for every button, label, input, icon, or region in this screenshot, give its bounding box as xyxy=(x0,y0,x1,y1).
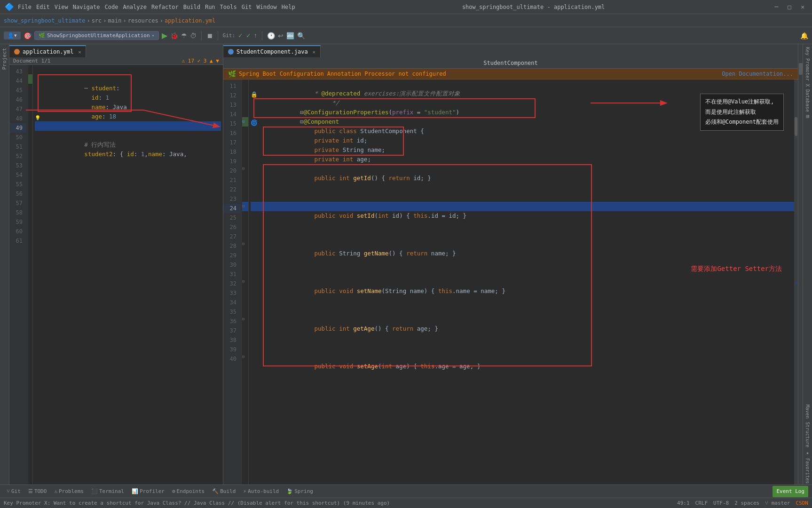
menu-edit[interactable]: Edit xyxy=(36,4,50,10)
bottom-bar: ⑂ Git ☰ TODO ⚠ Problems ⬛ Terminal 📊 Pro… xyxy=(0,484,812,498)
menu-view[interactable]: View xyxy=(55,4,68,10)
spring-tab[interactable]: 🍃 Spring xyxy=(284,486,316,497)
stop-button[interactable]: ⏹ xyxy=(206,32,213,40)
title-bar: 🔷 File Edit View Navigate Code Analyze R… xyxy=(0,0,812,14)
warning-count: ⚠ 17 ✓ 3 ▲ ▼ xyxy=(182,58,219,64)
toolbar-sep2 xyxy=(218,31,218,40)
ln-49: 49 xyxy=(9,123,26,133)
tab-close-yaml[interactable]: ✕ xyxy=(78,49,81,55)
menu-window[interactable]: Window xyxy=(256,4,276,10)
tab-student-component[interactable]: StudentComponent.java ✕ xyxy=(223,45,321,57)
git-update[interactable]: ↑ xyxy=(254,32,257,39)
ln-47: 47 xyxy=(9,104,26,114)
git-tab[interactable]: ⑂ Git xyxy=(4,486,24,497)
git-push[interactable]: ✓ xyxy=(246,32,251,39)
todo-tab[interactable]: ☰ TODO xyxy=(25,486,50,497)
menu-analyze[interactable]: Analyze xyxy=(123,4,147,10)
jln-39: 39 xyxy=(223,345,240,354)
jcode-26 xyxy=(251,221,796,230)
target-button[interactable]: 🎯 xyxy=(24,32,32,40)
jln-33: 33 xyxy=(223,288,240,298)
breadcrumb-main[interactable]: main xyxy=(108,17,122,24)
jg-36: ⊟ xyxy=(242,315,248,324)
ln-45: 45 xyxy=(9,86,26,95)
endpoints-tab[interactable]: ⚙ Endpoints xyxy=(169,486,207,497)
menu-tools[interactable]: Tools xyxy=(220,4,237,10)
tab-application-yml[interactable]: application.yml ✕ xyxy=(9,45,86,57)
ln-54: 54 xyxy=(9,170,26,180)
problems-tab[interactable]: ⚠ Problems xyxy=(51,486,87,497)
scroll-thumb[interactable] xyxy=(795,117,797,136)
database-label[interactable]: Database xyxy=(804,88,811,113)
status-left: Key Promoter X: Want to create a shortcu… xyxy=(4,500,390,506)
time-button[interactable]: 🕐 xyxy=(267,32,275,40)
coverage-button[interactable]: ☂ xyxy=(181,32,187,40)
breadcrumb-resources[interactable]: resources xyxy=(128,17,158,24)
terminal-tab[interactable]: ⬛ Terminal xyxy=(88,486,127,497)
run-config-selector[interactable]: 🌿 ShowSpringbootUltimateApplication ▾ xyxy=(34,31,159,40)
jg-34 xyxy=(242,296,248,305)
jcode-24: public void setId(int id) { this.id = id… xyxy=(251,202,796,211)
jln-12: 12 xyxy=(223,91,240,100)
structure-label[interactable]: Structure xyxy=(804,421,811,448)
minimize-button[interactable]: ─ xyxy=(775,3,779,10)
main-scrollbar[interactable] xyxy=(798,44,803,484)
open-doc-link[interactable]: Open Documentation... xyxy=(722,71,793,77)
scroll-bar[interactable] xyxy=(794,79,798,484)
auto-build-tab[interactable]: ⚡ Auto-build xyxy=(240,486,282,497)
event-log-button[interactable]: Event Log xyxy=(773,486,808,497)
jcode-20: public int getId() { return id; } xyxy=(251,164,796,174)
git-commit[interactable]: ✓ xyxy=(238,32,243,39)
status-bar: Key Promoter X: Want to create a shortcu… xyxy=(0,498,812,508)
maven-label[interactable]: Maven xyxy=(804,404,811,420)
undo-button[interactable]: ↩ xyxy=(278,32,284,40)
menu-help[interactable]: Help xyxy=(282,4,295,10)
debug-button[interactable]: 🐞 xyxy=(170,32,178,40)
menu-refactor[interactable]: Refactor xyxy=(151,4,179,10)
jg-39 xyxy=(242,343,248,352)
java-code-content[interactable]: * @deprecated exercises:演示配置文件配置对象 🔒 */ … xyxy=(249,79,798,484)
run-button[interactable]: ▶ xyxy=(162,31,167,40)
yaml-editor[interactable]: 43 44 45 46 47 48 49 50 51 52 53 54 55 5… xyxy=(9,65,223,484)
ln-44: 44 xyxy=(9,76,26,86)
breadcrumb-project[interactable]: show_springboot_ultimate xyxy=(4,17,85,24)
maximize-button[interactable]: □ xyxy=(788,3,791,10)
jg-17 xyxy=(242,136,248,145)
java-editor[interactable]: 11 12 13 14 15 16 17 18 19 20 21 22 23 2… xyxy=(223,79,798,484)
jg-16 xyxy=(242,127,248,136)
menu-code[interactable]: Code xyxy=(105,4,118,10)
ln-55: 55 xyxy=(9,180,26,189)
close-button[interactable]: ✕ xyxy=(801,3,804,10)
m-label[interactable]: m xyxy=(804,114,812,119)
profiler-tab[interactable]: 📊 Profiler xyxy=(129,486,167,497)
gutter-45 xyxy=(28,84,32,93)
jln-30: 30 xyxy=(223,260,240,270)
build-tab[interactable]: 🔨 Build xyxy=(209,486,238,497)
build-label: Build xyxy=(220,488,236,494)
vcs-button[interactable]: 👤▾ xyxy=(4,32,21,40)
menu-run[interactable]: Run xyxy=(205,4,215,10)
ln-59: 59 xyxy=(9,217,26,227)
yaml-code-content[interactable]: ─ student: id: 1 name: Java age: 18 xyxy=(33,65,223,484)
menu-file[interactable]: File xyxy=(18,4,32,10)
notification-button[interactable]: 🔔 xyxy=(800,32,808,40)
tab-close-java[interactable]: ✕ xyxy=(313,49,315,55)
search-button[interactable]: 🔍 xyxy=(297,32,305,40)
key-promoter-label[interactable]: Key Promoter X xyxy=(804,46,811,87)
project-panel-label[interactable]: Project xyxy=(0,46,9,71)
jln-11: 11 xyxy=(223,81,240,91)
profile-button[interactable]: ⏱ xyxy=(190,32,197,40)
breadcrumb-file[interactable]: application.yml xyxy=(165,17,215,24)
favorites-label[interactable]: ★ Favorites xyxy=(804,449,811,484)
breadcrumb-src[interactable]: src xyxy=(92,17,102,24)
menu-git[interactable]: Git xyxy=(242,4,252,10)
tab-label-yaml: application.yml xyxy=(23,48,73,55)
jg-31 xyxy=(242,268,248,277)
menu-build[interactable]: Build xyxy=(183,4,200,10)
chinese-note-2: 需要添加Getter Setter方法 xyxy=(689,263,784,275)
ln-51: 51 xyxy=(9,142,26,151)
scrollbar-thumb[interactable] xyxy=(799,63,803,75)
yaml-icon xyxy=(14,49,20,55)
menu-navigate[interactable]: Navigate xyxy=(73,4,100,10)
translate-button[interactable]: 🔤 xyxy=(286,32,294,40)
